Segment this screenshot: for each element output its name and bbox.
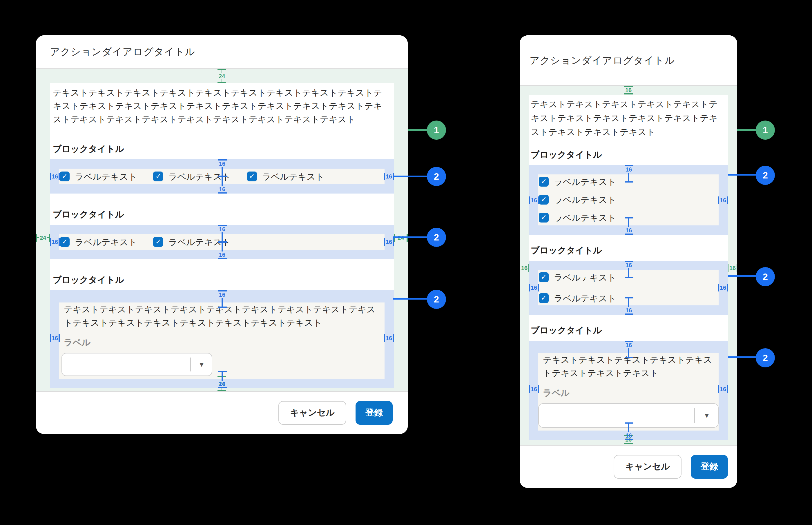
dialog-header: アクションダイアログタイトル: [36, 35, 408, 69]
callout-line-blue: [728, 174, 756, 176]
form-group: テキストテキストテキストテキストテキストテキストテキストテキストテキストテキスト…: [59, 302, 385, 379]
spacing-marker-16: 16: [384, 238, 394, 246]
mobile-action-dialog: アクションダイアログタイトル 16 16 16 16 テキストテキストテキストテ…: [520, 35, 737, 488]
dialog-content-padding-area: 16 16 16 16 テキストテキストテキストテキストテキストテキストテキスト…: [520, 85, 737, 445]
dialog-content-card: テキストテキストテキストテキストテキストテキストテキストテキストテキストテキスト…: [529, 95, 728, 440]
checkbox-label: ラベルテキスト: [554, 211, 616, 224]
field-label: ラベル: [543, 388, 714, 399]
checkbox-item[interactable]: ✓ラベルテキスト: [539, 194, 718, 206]
checkbox-checked-icon[interactable]: ✓: [247, 171, 257, 181]
spacing-marker-16: 16: [624, 297, 633, 315]
callout-badge-2: 2: [756, 166, 775, 185]
checkbox-item[interactable]: ✓ラベルテキスト: [60, 236, 137, 248]
dialog-header: アクションダイアログタイトル: [520, 35, 737, 85]
spacing-marker-right-16: 16: [728, 264, 737, 272]
checkbox-label: ラベルテキスト: [554, 176, 616, 188]
chevron-down-icon[interactable]: ▼: [198, 361, 205, 368]
callout-badge-1: 1: [427, 121, 446, 140]
callout-line-blue: [728, 356, 756, 358]
dialog-paragraph: テキストテキストテキストテキストテキストテキストテキストテキストテキストテキスト…: [531, 95, 726, 139]
checkbox-checked-icon[interactable]: ✓: [154, 171, 163, 181]
spacing-marker-16: 16: [384, 334, 394, 342]
spacing-marker-left-16: 16: [520, 264, 529, 272]
checkbox-checked-icon[interactable]: ✓: [60, 171, 70, 181]
checkbox-checked-icon[interactable]: ✓: [539, 272, 549, 282]
spacing-marker-16: 16: [529, 284, 539, 292]
checkbox-checked-icon[interactable]: ✓: [539, 195, 549, 205]
checkbox-label: ラベルテキスト: [75, 236, 137, 248]
checkbox-checked-icon[interactable]: ✓: [539, 293, 549, 303]
spacing-marker-16: 16: [384, 172, 394, 180]
spacing-marker-16: 16: [218, 176, 227, 194]
cancel-button[interactable]: キャンセル: [614, 455, 682, 479]
block-title: ブロックタイトル: [531, 150, 726, 161]
block-body-annotated: 16 16 16 16 ✓ラベルテキスト ✓ラベルテキスト: [529, 261, 728, 315]
spacing-marker-16: 16: [50, 172, 60, 180]
block-body-annotated: 16 16 16 16 テキストテキストテキストテキストテキストテキストテキスト…: [529, 341, 728, 440]
dialog-content-padding-area: 24 24 24 24 テキストテキストテキストテキストテキストテキストテキスト…: [36, 69, 408, 391]
callout-badge-2: 2: [427, 228, 446, 247]
spacing-marker-16: 16: [624, 422, 633, 440]
callout-line-blue: [728, 275, 756, 277]
spacing-marker-16: 16: [624, 165, 633, 182]
spacing-marker-16: 16: [718, 284, 728, 292]
block-title: ブロックタイトル: [53, 144, 391, 155]
callout-badge-2: 2: [427, 290, 446, 309]
checkbox-label: ラベルテキスト: [554, 194, 616, 206]
callout-badge-2: 2: [756, 348, 775, 368]
spacing-marker-16: 16: [218, 225, 227, 242]
callout-line-green: [408, 129, 427, 131]
spacing-marker-16: 16: [218, 371, 227, 388]
spacing-marker-16: 16: [218, 242, 227, 259]
dialog-footer: キャンセル 登録: [520, 445, 737, 488]
spacing-marker-16: 16: [624, 261, 633, 278]
spacing-marker-16: 16: [50, 334, 60, 342]
block-title: ブロックタイトル: [53, 209, 391, 220]
checkbox-checked-icon[interactable]: ✓: [60, 237, 70, 247]
spacing-marker-top-16: 16: [624, 86, 633, 95]
block-body-annotated: 16 16 16 16 ✓ラベルテキスト ✓ラベルテキスト: [50, 225, 394, 259]
spacing-marker-16: 16: [529, 196, 539, 204]
checkbox-checked-icon[interactable]: ✓: [154, 237, 163, 247]
spacing-marker-16: 16: [218, 290, 227, 308]
spacing-marker-left-24: 24: [36, 234, 50, 242]
dialog-footer: キャンセル 登録: [36, 391, 408, 434]
checkbox-item[interactable]: ✓ラベルテキスト: [60, 170, 137, 182]
checkbox-checked-icon[interactable]: ✓: [539, 213, 549, 223]
spacing-marker-16: 16: [624, 341, 633, 358]
dialog-title: アクションダイアログタイトル: [50, 45, 195, 59]
callout-line-blue: [393, 298, 427, 300]
block-body-annotated: 16 16 16 16 テキストテキストテキストテキストテキストテキストテキスト…: [50, 290, 394, 388]
form-group: テキストテキストテキストテキストテキストテキストテキストテキスト ラベル ▼: [538, 353, 719, 431]
spacing-marker-16: 16: [218, 159, 227, 177]
block-body-annotated: 16 16 16 16 ✓ラベルテキスト ✓ラベルテキスト ✓ラベルテキスト: [529, 165, 728, 235]
select-dropdown[interactable]: ▼: [61, 353, 212, 376]
checkbox-checked-icon[interactable]: ✓: [539, 177, 549, 186]
callout-badge-1: 1: [756, 121, 775, 140]
submit-button[interactable]: 登録: [691, 455, 728, 479]
spacing-marker-16: 16: [718, 385, 728, 393]
cancel-button[interactable]: キャンセル: [278, 401, 346, 425]
spacing-marker-16: 16: [529, 385, 539, 393]
dialog-paragraph: テキストテキストテキストテキストテキストテキストテキストテキストテキストテキスト…: [53, 83, 391, 126]
spacing-marker-16: 16: [718, 196, 728, 204]
checkbox-item[interactable]: ✓ラベルテキスト: [247, 170, 324, 182]
checkbox-label: ラベルテキスト: [262, 170, 324, 182]
callout-line-blue: [393, 237, 427, 238]
spacing-marker-top-24: 24: [218, 69, 226, 83]
checkbox-label: ラベルテキスト: [75, 170, 137, 182]
chevron-down-icon[interactable]: ▼: [704, 412, 710, 419]
callout-badge-2: 2: [756, 267, 775, 286]
annotation-canvas: アクションダイアログタイトル 24 24 24 24 テキストテキストテキストテ…: [0, 0, 812, 525]
block-body-annotated: 16 16 16 16 ✓ラベルテキスト ✓ラベルテキスト ✓ラベルテキスト: [50, 159, 394, 194]
checkbox-label: ラベルテキスト: [554, 292, 616, 304]
field-label: ラベル: [64, 337, 380, 348]
select-divider: [694, 408, 695, 423]
checkbox-label: ラベルテキスト: [554, 271, 616, 283]
block-title: ブロックタイトル: [531, 245, 726, 256]
spacing-marker-16: 16: [624, 217, 633, 235]
block-title: ブロックタイトル: [53, 275, 391, 286]
submit-button[interactable]: 登録: [356, 401, 393, 425]
callout-badge-2: 2: [427, 167, 446, 186]
block-title: ブロックタイトル: [531, 325, 726, 336]
